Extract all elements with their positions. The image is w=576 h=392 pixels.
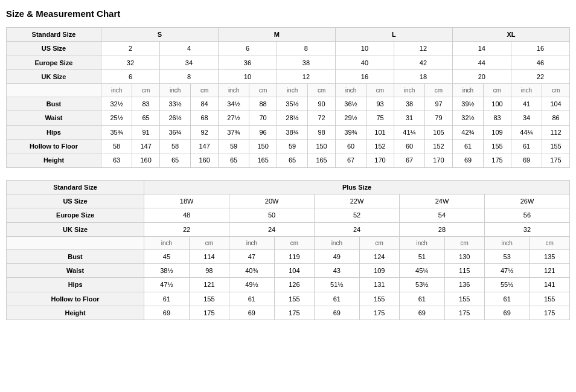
hips-cell-2: 55½: [484, 278, 529, 292]
hollow-to-floor-cell: 150: [308, 140, 336, 153]
height-cell: 165: [308, 153, 336, 167]
bust-cell: 35½: [277, 97, 307, 111]
hollow-to-floor-label-2: Hollow to Floor: [7, 292, 144, 306]
waist-cell-2: 45¼: [400, 264, 444, 278]
waist-cell: 83: [484, 111, 511, 125]
height-cell: 65: [218, 153, 249, 167]
hollow-to-floor-cell-2: 61: [484, 292, 529, 306]
height-label-2: Height: [7, 306, 144, 320]
height-cell: 67: [335, 153, 366, 167]
hollow-to-floor-cell: 147: [132, 140, 160, 153]
waist-cell: 86: [542, 111, 570, 125]
bust-cell-2: 49: [315, 249, 359, 263]
bust-cell: 33½: [159, 97, 190, 111]
height-cell: 170: [425, 153, 453, 167]
waist-cell-2: 43: [315, 264, 359, 278]
height-cell-2: 175: [444, 306, 484, 320]
hips-cell: 91: [132, 125, 160, 139]
hips-cell: 36¾: [159, 125, 190, 139]
bust-cell-2: 45: [144, 249, 189, 263]
height-cell: 69: [452, 153, 483, 167]
bust-cell: 90: [308, 97, 336, 111]
us-size-label: US Size: [7, 42, 101, 56]
waist-cell: 68: [191, 111, 219, 125]
waist-cell-2: 104: [274, 264, 314, 278]
s-header: S: [101, 28, 218, 42]
bust-cell: 88: [249, 97, 277, 111]
eu-size-label: Europe Size: [7, 56, 101, 69]
bust-cell-2: 135: [530, 249, 570, 263]
hollow-to-floor-cell: 150: [249, 140, 277, 153]
hips-label-2: Hips: [7, 278, 144, 292]
uk-size-label-2: UK Size: [7, 222, 144, 236]
hollow-to-floor-cell: 61: [452, 140, 483, 153]
hips-cell-2: 126: [274, 278, 314, 292]
height-cell-2: 69: [484, 306, 529, 320]
height-label: Height: [7, 153, 101, 167]
bust-cell-2: 51: [400, 249, 444, 263]
height-cell: 69: [511, 153, 542, 167]
waist-cell-2: 98: [189, 264, 229, 278]
bust-cell: 100: [484, 97, 511, 111]
waist-label-2: Waist: [7, 264, 144, 278]
hollow-to-floor-cell-2: 155: [189, 292, 229, 306]
hips-cell-2: 47½: [144, 278, 189, 292]
bust-cell: 34½: [218, 97, 249, 111]
hips-cell: 38¾: [277, 125, 307, 139]
plus-size-header: Plus Size: [144, 180, 570, 194]
size-chart-table-1: Standard Size S M L XL US Size 2 4 6 8 1…: [6, 27, 570, 168]
hollow-to-floor-cell-2: 61: [229, 292, 274, 306]
waist-cell: 27½: [218, 111, 249, 125]
hips-cell: 105: [425, 125, 453, 139]
hips-cell: 44¼: [511, 125, 542, 139]
waist-cell-2: 47½: [484, 264, 529, 278]
waist-cell: 25½: [101, 111, 132, 125]
bust-cell: 104: [542, 97, 570, 111]
height-cell-2: 175: [274, 306, 314, 320]
height-cell: 65: [159, 153, 190, 167]
waist-cell-2: 109: [359, 264, 399, 278]
bust-cell-2: 53: [484, 249, 529, 263]
hips-cell-2: 141: [530, 278, 570, 292]
hollow-to-floor-cell: 147: [191, 140, 219, 153]
hollow-to-floor-cell-2: 155: [359, 292, 399, 306]
hollow-to-floor-cell: 59: [277, 140, 307, 153]
waist-cell: 31: [394, 111, 424, 125]
waist-cell-2: 40¾: [229, 264, 274, 278]
hips-cell: 98: [308, 125, 336, 139]
bust-label-2: Bust: [7, 249, 144, 263]
hips-cell: 101: [366, 125, 394, 139]
bust-cell: 36½: [335, 97, 366, 111]
standard-size-header: Standard Size: [7, 28, 101, 42]
height-cell-2: 69: [400, 306, 444, 320]
waist-cell: 32½: [452, 111, 483, 125]
hollow-to-floor-cell: 59: [218, 140, 249, 153]
waist-cell: 75: [366, 111, 394, 125]
hips-cell-2: 53½: [400, 278, 444, 292]
eu-size-label-2: Europe Size: [7, 208, 144, 222]
height-cell-2: 69: [144, 306, 189, 320]
us-size-label-2: US Size: [7, 194, 144, 208]
bust-label: Bust: [7, 97, 101, 111]
bust-cell-2: 47: [229, 249, 274, 263]
height-cell: 160: [191, 153, 219, 167]
height-cell: 175: [484, 153, 511, 167]
hollow-to-floor-cell: 155: [542, 140, 570, 153]
bust-cell-2: 114: [189, 249, 229, 263]
height-cell-2: 175: [359, 306, 399, 320]
hollow-to-floor-label: Hollow to Floor: [7, 140, 101, 153]
height-cell: 170: [366, 153, 394, 167]
hips-cell: 39¾: [335, 125, 366, 139]
waist-cell: 34: [511, 111, 542, 125]
hollow-to-floor-cell-2: 155: [444, 292, 484, 306]
height-cell-2: 69: [315, 306, 359, 320]
xl-header: XL: [452, 28, 569, 42]
hips-cell: 112: [542, 125, 570, 139]
waist-label: Waist: [7, 111, 101, 125]
height-cell: 165: [249, 153, 277, 167]
hollow-to-floor-cell-2: 61: [144, 292, 189, 306]
height-cell: 67: [394, 153, 424, 167]
hollow-to-floor-cell: 61: [511, 140, 542, 153]
hips-cell-2: 131: [359, 278, 399, 292]
bust-cell: 97: [425, 97, 453, 111]
